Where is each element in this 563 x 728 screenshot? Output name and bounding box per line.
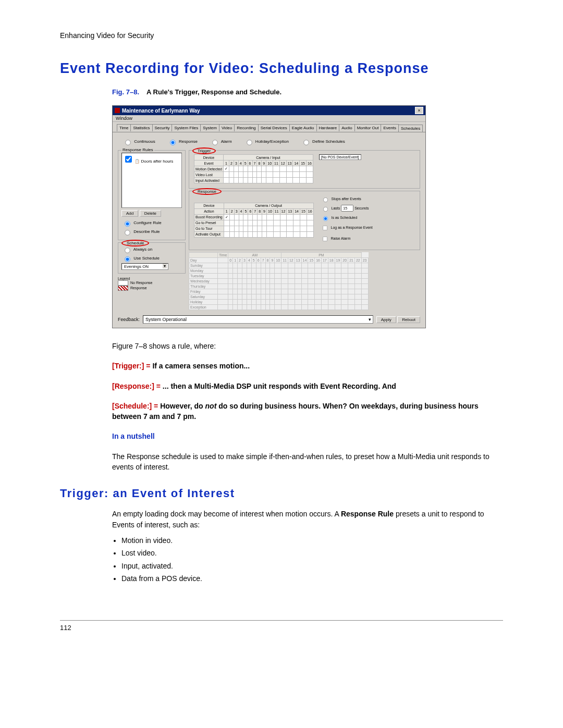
tab-statistics[interactable]: Statistics	[130, 124, 152, 131]
event-bullet: Input, activated.	[121, 561, 493, 571]
menu-bar[interactable]: Window	[113, 115, 425, 122]
response-def: [Response:] = ... then a Multi-Media DSP…	[112, 381, 493, 391]
tab-system-files[interactable]: System Files	[172, 124, 201, 131]
page-title: Event Recording for Video: Scheduling a …	[60, 60, 503, 77]
trigger-group: Trigger DeviceCamera / InputEvent1234567…	[189, 150, 420, 189]
swatch-noresponse	[118, 280, 128, 286]
no-pos-device[interactable]: [No POS Device/Event]	[319, 154, 361, 160]
tab-strip: TimeStatisticsSecuritySystem FilesSystem…	[113, 122, 425, 132]
response-group: Response DeviceCamera / OutputAction1234…	[189, 191, 420, 250]
delete-button[interactable]: Delete	[140, 210, 161, 217]
tab-security[interactable]: Security	[152, 124, 173, 131]
events-list: Motion in video.Lost video.Input, activa…	[121, 535, 493, 584]
tab-video[interactable]: Video	[219, 124, 235, 131]
feedback-label: Feedback:	[118, 317, 140, 322]
trigger-events-para: An empty loading dock may become of inte…	[112, 509, 493, 530]
reboot-button[interactable]: Reboot	[397, 316, 420, 323]
mode-radio-holiday-exception[interactable]: Holiday/Exception	[243, 139, 289, 144]
nutshell-heading: In a nutshell	[112, 431, 493, 441]
figure-number: Fig. 7–8.	[112, 88, 139, 96]
response-label: Response	[192, 188, 222, 195]
mode-radio-alarm[interactable]: Alarm	[209, 139, 232, 144]
raise-alarm-checkbox[interactable]	[323, 237, 327, 241]
figure-caption: Fig. 7–8. A Rule's Trigger, Response and…	[112, 88, 503, 96]
running-header: Enhancing Video for Security	[60, 31, 503, 40]
figure-title: A Rule's Trigger, Response and Schedule.	[146, 88, 282, 96]
schedule-group: Schedule Always on Use Schedule Evenings…	[118, 242, 186, 274]
section-heading-trigger: Trigger: an Event of Interest	[60, 487, 503, 500]
close-icon[interactable]: ×	[415, 107, 423, 114]
tab-system[interactable]: System	[200, 124, 219, 131]
schedule-timetable[interactable]: TimeAMPMDay01234567891011121314151617181…	[189, 252, 369, 310]
trigger-def: [Trigger:] = If a camera senses motion..…	[112, 361, 493, 371]
app-icon	[115, 108, 120, 113]
lasts-seconds-input[interactable]	[341, 205, 353, 212]
tab-time[interactable]: Time	[117, 124, 131, 131]
always-on-radio[interactable]	[125, 248, 130, 253]
describe-rule-radio[interactable]	[125, 230, 130, 235]
legend-heading: Legend	[118, 277, 186, 280]
figure-intro-line: Figure 7–8 shows a rule, where:	[112, 341, 493, 351]
feedback-select[interactable]: System Operational	[143, 315, 373, 324]
tab-audio[interactable]: Audio	[339, 124, 354, 131]
response-table[interactable]: DeviceCamera / OutputAction1234567891011…	[194, 203, 314, 238]
rules-listbox[interactable]: 📋 Doors after hours	[121, 153, 182, 208]
response-rules-group: Response Rules 📋 Doors after hours Add D…	[118, 150, 186, 240]
as-scheduled-radio[interactable]	[323, 216, 328, 221]
rule-item-checkbox[interactable]	[125, 156, 132, 163]
window-title: Maintenance of Earlymann Way	[122, 108, 415, 114]
use-schedule-radio[interactable]	[125, 256, 130, 262]
mode-radio-continuous[interactable]: Continuous	[122, 139, 155, 144]
tab-schedules[interactable]: Schedules	[398, 125, 423, 132]
swatch-response	[118, 286, 128, 291]
apply-button[interactable]: Apply	[376, 316, 396, 323]
response-rules-label: Response Rules	[121, 147, 154, 152]
rule-item-label: Doors after hours	[141, 159, 173, 164]
tab-monitor-out[interactable]: Monitor Out	[354, 124, 382, 131]
configure-rule-radio[interactable]	[125, 221, 130, 226]
lasts-radio[interactable]	[323, 207, 328, 212]
schedule-select[interactable]: Evenings ON	[121, 263, 168, 270]
figure-screenshot: Maintenance of Earlymann Way × Window Ti…	[112, 105, 425, 328]
schedule-label: Schedule	[121, 240, 149, 246]
tab-recording[interactable]: Recording	[234, 124, 258, 131]
mode-radio-define-schedules[interactable]: Define Schedules	[300, 139, 345, 144]
tab-serial-devices[interactable]: Serial Devices	[258, 124, 290, 131]
nutshell-para: The Response schedule is used to make si…	[112, 451, 493, 473]
schedule-def: [Schedule:] = However, do not do so duri…	[112, 401, 493, 422]
trigger-table[interactable]: DeviceCamera / InputEvent123456789101112…	[194, 154, 313, 183]
tab-hardware[interactable]: Hardware	[316, 124, 340, 131]
page-number: 112	[60, 620, 503, 632]
event-bullet: Lost video.	[121, 548, 493, 558]
tab-events[interactable]: Events	[381, 124, 398, 131]
schedule-mode-radios: Continuous Response Alarm Holiday/Except…	[122, 138, 420, 146]
event-bullet: Motion in video.	[121, 535, 493, 546]
stops-after-events-radio[interactable]	[323, 198, 328, 202]
mode-radio-response[interactable]: Response	[167, 139, 198, 144]
window-titlebar: Maintenance of Earlymann Way ×	[113, 106, 425, 115]
tab-eagle-audio[interactable]: Eagle Audio	[289, 124, 317, 131]
legend-group: Legend No Response Response	[118, 277, 186, 291]
trigger-label: Trigger	[192, 147, 216, 154]
event-bullet: Data from a POS device.	[121, 573, 493, 584]
log-response-event-checkbox[interactable]	[323, 226, 327, 230]
add-button[interactable]: Add	[121, 210, 138, 217]
